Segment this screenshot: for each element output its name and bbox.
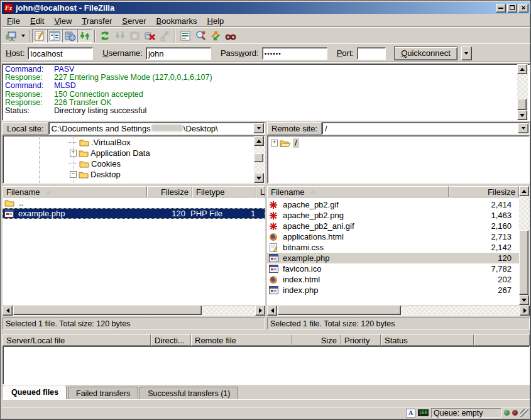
scroll-up-icon[interactable] (520, 68, 525, 71)
tree-item[interactable]: + / (268, 138, 529, 148)
column-header-server-local-file[interactable]: Server/Local file (3, 334, 151, 346)
file-row-selected[interactable]: example.php 120 PHP File 1 (3, 208, 265, 219)
file-row[interactable]: index.php 267 (267, 285, 519, 296)
menu-edit[interactable]: Edit (25, 15, 49, 27)
column-header-status[interactable]: Status (381, 334, 474, 346)
tree-item[interactable]: − Desktop (3, 169, 265, 180)
remote-list-vscrollbar-thumb[interactable] (519, 230, 528, 295)
username-input[interactable]: john (146, 47, 211, 60)
local-list-hscrollbar[interactable] (3, 306, 265, 316)
file-row[interactable]: applications.html 2,713 (267, 231, 519, 242)
file-row[interactable]: apache_pb2.png 1,463 (267, 210, 519, 221)
port-input[interactable] (357, 47, 386, 60)
scroll-up-icon[interactable] (522, 190, 527, 193)
process-queue-button[interactable] (112, 29, 128, 43)
file-row[interactable]: apache_pb2_ani.gif 2,160 (267, 221, 519, 231)
tree-item[interactable]: + Application Data (3, 148, 265, 158)
cancel-operation-button[interactable] (128, 29, 143, 43)
tree-item[interactable]: .VirtualBox (3, 137, 265, 148)
toggle-remote-tree-button[interactable] (62, 29, 77, 43)
column-header-filesize[interactable]: Filesize (449, 186, 519, 197)
scroll-down-icon[interactable] (520, 114, 525, 117)
log-line: Command:MLSD (4, 82, 517, 90)
minimize-button[interactable] (496, 4, 506, 13)
scroll-right-icon[interactable] (259, 308, 262, 313)
local-tree-scrollbar-thumb[interactable] (254, 153, 263, 162)
remote-list-vscrollbar[interactable] (519, 186, 530, 305)
local-tree-scrollbar[interactable] (254, 136, 265, 183)
scroll-right-icon[interactable] (523, 308, 527, 313)
column-header-filename[interactable]: Filename (3, 186, 147, 197)
column-header-remote-file[interactable]: Remote file (191, 334, 292, 346)
column-header-direction[interactable]: Directi... (151, 334, 191, 346)
menu-transfer[interactable]: Transfer (77, 15, 117, 27)
reconnect-button[interactable] (158, 29, 173, 43)
firefox-html-icon (269, 275, 278, 284)
directory-listing-filters-button[interactable] (178, 29, 193, 43)
menu-view[interactable]: View (49, 15, 77, 27)
log-scrollbar[interactable] (517, 64, 528, 120)
toggle-transfer-queue-button[interactable] (77, 29, 92, 43)
scroll-down-icon[interactable] (522, 299, 527, 302)
folder-icon (79, 160, 89, 168)
expand-icon[interactable]: + (271, 140, 278, 146)
menu-file[interactable]: File (2, 15, 25, 27)
file-row[interactable]: bitnami.css 2,142 (267, 242, 519, 253)
column-header-lastmodified[interactable]: L (256, 186, 265, 197)
column-header-filetype[interactable]: Filetype (192, 186, 256, 197)
tree-item[interactable]: Cookies (3, 158, 265, 169)
column-header-filesize[interactable]: Filesize (147, 186, 192, 197)
file-row[interactable]: index.html 202 (267, 274, 519, 285)
site-manager-button[interactable] (4, 29, 19, 43)
menu-help[interactable]: Help (202, 15, 229, 27)
scroll-left-icon[interactable] (6, 308, 9, 313)
remote-site-combo[interactable]: / (322, 122, 530, 135)
collapse-icon[interactable]: − (70, 171, 77, 178)
refresh-button[interactable] (97, 29, 112, 43)
password-input[interactable]: •••••• (262, 47, 327, 60)
remote-site-dropdown-icon[interactable] (518, 123, 528, 133)
toggle-message-log-button[interactable] (32, 29, 47, 43)
menu-server[interactable]: Server (117, 15, 151, 27)
file-row[interactable]: favicon.ico 7,782 (267, 263, 519, 274)
disconnect-button[interactable] (143, 29, 158, 43)
scroll-down-icon[interactable] (256, 177, 261, 180)
remote-list-hscrollbar[interactable] (267, 306, 530, 316)
file-row-updir[interactable]: .. (3, 197, 265, 208)
tab-successful-transfers[interactable]: Successful transfers (1) (140, 387, 238, 399)
host-label: Host: (6, 48, 25, 58)
local-tree: .VirtualBox + Application Data Cookies −… (3, 135, 265, 184)
expand-icon[interactable]: + (70, 150, 77, 157)
synchronized-browsing-button[interactable] (208, 29, 223, 43)
toolbar-separator (29, 30, 30, 42)
menu-bookmarks[interactable]: Bookmarks (151, 15, 202, 27)
column-header-priority[interactable]: Priority (341, 334, 381, 346)
tab-failed-transfers[interactable]: Failed transfers (68, 387, 138, 399)
resize-grip[interactable] (520, 409, 528, 417)
quickconnect-dropdown-button[interactable] (461, 47, 472, 60)
local-site-combo[interactable]: C:\Documents and Settings\Desktop\ (48, 122, 265, 135)
column-header-filename[interactable]: Filename (267, 186, 449, 197)
scroll-left-icon[interactable] (271, 308, 274, 313)
queue-tabs: Queued files Failed transfers Successful… (3, 385, 238, 399)
column-header-size[interactable]: Size (292, 334, 341, 346)
remote-list-hscrollbar-thumb[interactable] (278, 306, 401, 315)
file-row-selected[interactable]: example.php 120 (267, 253, 519, 263)
quickconnect-button[interactable]: Quickconnect (394, 47, 457, 60)
local-site-dropdown-icon[interactable] (253, 123, 264, 133)
directory-comparison-button[interactable] (193, 29, 208, 43)
site-manager-dropdown-button[interactable] (19, 29, 27, 43)
maximize-button[interactable] (507, 4, 517, 13)
apache-image-icon (269, 201, 278, 209)
php-file-icon (4, 209, 14, 218)
close-button[interactable]: × (518, 4, 528, 13)
local-list-hscrollbar-thumb[interactable] (13, 306, 202, 315)
tab-queued-files[interactable]: Queued files (3, 385, 67, 399)
host-input[interactable]: localhost (28, 47, 93, 60)
find-files-button[interactable] (223, 29, 238, 43)
quickconnect-bar: Host: localhost Username: john Password:… (2, 45, 530, 62)
log-scrollbar-thumb[interactable] (517, 99, 527, 110)
scroll-up-icon[interactable] (256, 140, 261, 143)
file-row[interactable]: apache_pb2.gif 2,414 (267, 199, 519, 210)
toggle-local-tree-button[interactable] (47, 29, 62, 43)
